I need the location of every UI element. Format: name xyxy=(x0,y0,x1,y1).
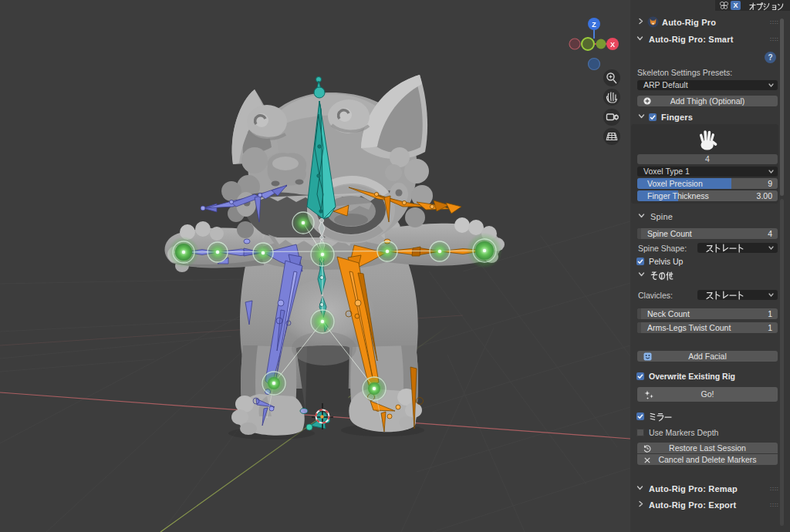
svg-text:Z: Z xyxy=(592,21,596,29)
svg-text:X: X xyxy=(610,41,615,49)
